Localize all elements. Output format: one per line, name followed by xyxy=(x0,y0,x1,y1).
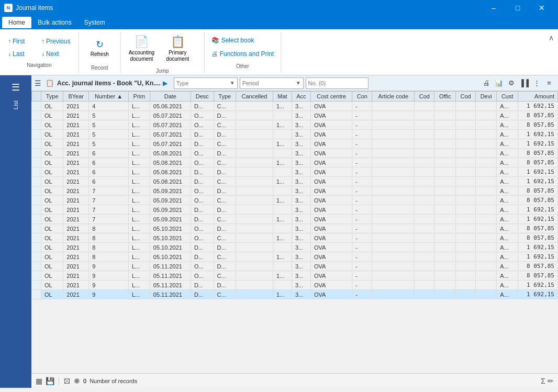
tab-home[interactable]: Home xyxy=(2,17,31,28)
accounting-document-button[interactable]: 📄 Accountingdocument xyxy=(125,32,158,65)
table-cell: C... xyxy=(214,102,236,111)
table-cell: 1 692,15 xyxy=(518,177,558,186)
col-header-date[interactable]: Date xyxy=(150,92,191,102)
col-header-cust[interactable]: Cust xyxy=(497,92,518,102)
table-row[interactable]: OL20217L...05.09.2021D...D...3...OVA-A..… xyxy=(32,205,558,215)
refresh-button[interactable]: ↻ Refresh xyxy=(87,36,113,60)
status-save-icon[interactable]: 💾 xyxy=(46,377,54,385)
col-header-number[interactable]: Number ▲ xyxy=(89,92,129,102)
close-button[interactable]: ✕ xyxy=(530,0,554,16)
table-row[interactable]: OL20219L...05.11.2021O...C...1...3...OVA… xyxy=(32,271,558,281)
col-header-devi[interactable]: Devi xyxy=(476,92,497,102)
first-button[interactable]: ↑ First xyxy=(4,36,36,47)
table-row[interactable]: OL20218L...05.10.2021D...C...1...3...OVA… xyxy=(32,252,558,262)
period-filter-input[interactable] xyxy=(242,80,295,86)
minimize-button[interactable]: – xyxy=(482,0,506,16)
primary-document-button[interactable]: 📋 Primarydocument xyxy=(162,32,193,65)
table-cell: 2021 xyxy=(63,281,89,290)
status-filter-icon[interactable]: ⛝ xyxy=(63,377,71,385)
status-settings-icon[interactable]: ❋ xyxy=(74,377,80,385)
table-row[interactable]: OL20219L...05.11.2021D...C...1...3...OVA… xyxy=(32,290,558,299)
tab-system[interactable]: System xyxy=(78,17,111,28)
menu-toolbar-button[interactable]: ≡ xyxy=(543,77,555,89)
table-row[interactable]: OL20217L...05.09.2021O...C...1...3...OVA… xyxy=(32,196,558,205)
table-row[interactable]: OL20216L...05.08.2021D...C...1...3...OVA… xyxy=(32,177,558,186)
table-cell xyxy=(476,130,497,139)
col-header-cod[interactable]: Cod xyxy=(415,92,434,102)
table-cell xyxy=(434,167,456,177)
period-filter-dropdown[interactable]: ▼ xyxy=(296,80,301,86)
type-filter-box[interactable]: ▼ xyxy=(174,77,238,89)
table-cell xyxy=(32,262,41,271)
maximize-button[interactable]: □ xyxy=(506,0,530,16)
type-filter-input[interactable] xyxy=(176,80,229,86)
table-cell xyxy=(32,224,41,233)
col-header-prim[interactable]: Prim xyxy=(128,92,150,102)
col-header-byear[interactable]: BYear xyxy=(63,92,89,102)
select-book-button[interactable]: 📚 Select book xyxy=(209,35,276,46)
col-header-amount[interactable]: Amount xyxy=(518,92,558,102)
table-row[interactable]: OL20216L...05.08.2021D...D...3...OVA-A..… xyxy=(32,167,558,177)
table-row[interactable]: OL20215L...05.07.2021D...C...1...3...OVA… xyxy=(32,139,558,149)
col-header-con[interactable]: Con xyxy=(352,92,372,102)
next-button[interactable]: ↓ Next xyxy=(38,49,69,59)
expand-arrow[interactable]: ▶ xyxy=(163,80,168,87)
no-filter-box[interactable] xyxy=(306,77,369,89)
table-row[interactable]: OL20219L...05.11.2021D...D...3...OVA-A..… xyxy=(32,281,558,290)
col-header-cost-centre[interactable]: Cost centre xyxy=(310,92,352,102)
col-header-acc[interactable]: Acc xyxy=(292,92,310,102)
status-table-icon[interactable]: ▦ xyxy=(36,377,42,385)
col-header-mat[interactable]: Mat xyxy=(273,92,292,102)
table-cell xyxy=(456,224,476,233)
table-cell: D... xyxy=(191,177,214,186)
col-header-desc[interactable]: Desc xyxy=(191,92,214,102)
previous-button[interactable]: ↑ Previous xyxy=(38,36,74,47)
settings-toolbar-button[interactable]: ⚙ xyxy=(506,77,517,89)
period-filter-box[interactable]: ▼ xyxy=(240,77,304,89)
edit-icon[interactable]: ✏ xyxy=(548,377,554,385)
table-row[interactable]: OL20219L...05.11.2021O...D...3...OVA-A..… xyxy=(32,262,558,271)
table-cell: - xyxy=(352,243,372,252)
table-cell: - xyxy=(352,139,372,149)
chart-toolbar-button[interactable]: 📊 xyxy=(493,77,505,89)
columns-toolbar-button[interactable]: ▐▐ xyxy=(518,77,530,89)
tab-bulk-actions[interactable]: Bulk actions xyxy=(31,17,78,28)
col-header-type2[interactable]: Type xyxy=(214,92,236,102)
table-row[interactable]: OL20215L...05.07.2021O...D...3...OVA-A..… xyxy=(32,111,558,120)
print-toolbar-button[interactable]: 🖨 xyxy=(481,77,492,89)
table-cell xyxy=(236,290,273,299)
col-header-offic[interactable]: Offic xyxy=(434,92,456,102)
table-row[interactable]: OL20218L...05.10.2021O...D...3...OVA-A..… xyxy=(32,224,558,233)
primary-document-icon: 📋 xyxy=(171,35,185,49)
table-row[interactable]: OL20216L...05.08.2021O...C...1...3...OVA… xyxy=(32,158,558,167)
sum-icon[interactable]: Σ xyxy=(541,377,545,385)
table-row[interactable]: OL20215L...05.07.2021O...C...1...3...OVA… xyxy=(32,120,558,130)
table-cell xyxy=(32,130,41,139)
filter-count: 0 xyxy=(83,378,86,384)
table-row[interactable]: OL20218L...05.10.2021O...C...1...3...OVA… xyxy=(32,233,558,243)
table-cell xyxy=(415,177,434,186)
table-cell xyxy=(273,167,292,177)
table-cell: O... xyxy=(191,149,214,158)
options-toolbar-button[interactable]: ⋮ xyxy=(531,77,542,89)
col-header-cancelled[interactable]: Cancelled xyxy=(236,92,273,102)
table-row[interactable]: OL20217L...05.09.2021D...C...1...3...OVA… xyxy=(32,215,558,224)
type-filter-dropdown[interactable]: ▼ xyxy=(230,80,235,86)
table-row[interactable]: OL20216L...05.08.2021O...D...3...OVA-A..… xyxy=(32,149,558,158)
table-cell: D... xyxy=(191,167,214,177)
table-row[interactable]: OL20217L...05.09.2021O...D...3...OVA-A..… xyxy=(32,186,558,196)
col-header-article-code[interactable]: Article code xyxy=(372,92,415,102)
table-container[interactable]: Type BYear Number ▲ Prim Date Desc Type … xyxy=(31,91,558,373)
table-row[interactable]: OL20218L...05.10.2021D...D...3...OVA-A..… xyxy=(32,243,558,252)
table-row[interactable]: OL20214L...05.06.2021D...C...1...3...OVA… xyxy=(32,102,558,111)
last-button[interactable]: ↓ Last xyxy=(4,49,36,59)
functions-print-button[interactable]: 🖨 Functions and Print xyxy=(209,49,276,59)
table-cell xyxy=(372,186,415,196)
ribbon-collapse-button[interactable]: ∧ xyxy=(544,31,558,44)
col-header-cod2[interactable]: Cod xyxy=(456,92,476,102)
table-cell xyxy=(476,281,497,290)
col-header-type[interactable]: Type xyxy=(41,92,63,102)
hamburger-menu-button[interactable]: ☰ xyxy=(9,80,22,95)
table-row[interactable]: OL20215L...05.07.2021D...D...3...OVA-A..… xyxy=(32,130,558,139)
no-filter-input[interactable] xyxy=(308,80,350,86)
